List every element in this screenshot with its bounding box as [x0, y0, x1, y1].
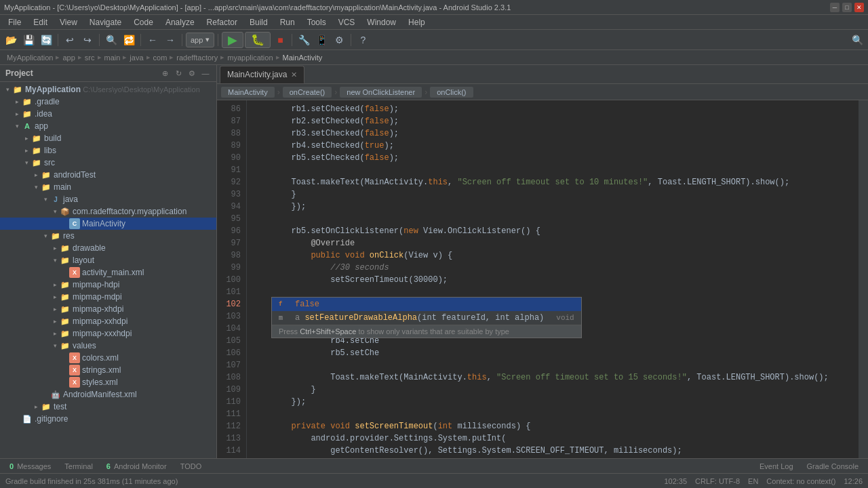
tree-item-values[interactable]: ▾ 📁 values — [0, 340, 216, 352]
tree-arrow-package: ▾ — [50, 208, 60, 215]
sdk-button[interactable]: ⚙ — [331, 32, 347, 48]
tree-item-androidmanifest[interactable]: ▸ 🤖 AndroidManifest.xml — [0, 388, 216, 401]
tree-item-mipmap-xxhdpi[interactable]: ▸ 📁 mipmap-xxhdpi — [0, 315, 216, 327]
bottom-tab-gradle-console[interactable]: Gradle Console — [800, 459, 865, 474]
tree-item-activity-main-xml[interactable]: ▸ X activity_main.xml — [0, 266, 216, 279]
tree-arrow-mipmap-xxhdpi: ▸ — [50, 318, 60, 325]
status-encoding[interactable]: CRLF: UTF-8 — [695, 477, 740, 485]
tree-item-mipmap-hdpi[interactable]: ▸ 📁 mipmap-hdpi — [0, 279, 216, 291]
sidebar-sync-icon[interactable]: ↻ — [173, 68, 184, 79]
global-search-button[interactable]: 🔍 — [849, 32, 865, 48]
ac-item-false[interactable]: f false — [272, 298, 581, 311]
open-button[interactable]: 📂 — [3, 32, 19, 48]
menu-edit[interactable]: Edit — [28, 16, 53, 28]
bc-com[interactable]: com — [152, 54, 169, 62]
method-tab-mainactivity[interactable]: MainActivity — [221, 87, 275, 98]
tree-item-mipmap-xhdpi[interactable]: ▸ 📁 mipmap-xhdpi — [0, 303, 216, 315]
tab-close-icon[interactable]: ✕ — [291, 70, 297, 79]
avd-button[interactable]: 📱 — [313, 32, 330, 48]
sidebar-collapse-icon[interactable]: — — [200, 68, 211, 79]
menu-navigate[interactable]: Navigate — [84, 16, 127, 28]
maximize-button[interactable]: □ — [842, 3, 852, 12]
tree-item-layout[interactable]: ▾ 📁 layout — [0, 254, 216, 266]
sidebar-add-icon[interactable]: ⊕ — [159, 68, 170, 79]
bc-myapplication[interactable]: MyApplication — [5, 54, 54, 62]
menu-window[interactable]: Window — [361, 16, 401, 28]
tree-item-libs[interactable]: ▸ 📁 libs — [0, 144, 216, 157]
project-tree[interactable]: ▾ 📁 MyApplication C:\Users\yo\Desktop\My… — [0, 82, 216, 458]
save-button[interactable]: 💾 — [20, 32, 37, 48]
bc-java[interactable]: java — [128, 54, 144, 62]
scrollbar-gutter[interactable] — [859, 100, 868, 458]
tree-item-build[interactable]: ▸ 📁 build — [0, 132, 216, 144]
tree-item-strings-xml[interactable]: ▸ X strings.xml — [0, 364, 216, 376]
code-area[interactable]: 86 87 88 89 90 91 92 93 94 95 96 97 98 9… — [217, 100, 868, 458]
tree-item-package[interactable]: ▾ 📦 com.radefftactory.myapplication — [0, 205, 216, 218]
bottom-tab-terminal[interactable]: Terminal — [58, 459, 100, 474]
bottom-tab-messages[interactable]: 0 Messages — [3, 459, 58, 474]
tree-item-mainactivity[interactable]: ▸ C MainActivity — [0, 218, 216, 230]
status-lang[interactable]: EN — [748, 477, 758, 485]
method-tab-onclick[interactable]: onClick() — [430, 87, 473, 98]
menu-help[interactable]: Help — [403, 16, 431, 28]
tree-item-gradle[interactable]: ▸ 📁 .gradle — [0, 96, 216, 108]
menu-run[interactable]: Run — [275, 16, 300, 28]
tree-item-styles-xml[interactable]: ▸ X styles.xml — [0, 376, 216, 388]
tree-item-androidtest[interactable]: ▸ 📁 androidTest — [0, 169, 216, 181]
tree-item-java[interactable]: ▾ J java — [0, 193, 216, 205]
help-button[interactable]: ? — [355, 32, 371, 48]
autocomplete-popup[interactable]: f false m a setFeatureDrawableAlpha(int … — [271, 297, 582, 338]
bottom-tab-android-monitor[interactable]: 6 Android Monitor — [100, 459, 174, 474]
stop-button[interactable]: ■ — [272, 32, 288, 48]
method-tab-new-listener[interactable]: new OnClickListener — [340, 87, 422, 98]
menu-analyze[interactable]: Analyze — [160, 16, 200, 28]
tree-item-app[interactable]: ▾ A app — [0, 120, 216, 132]
tree-item-test[interactable]: ▸ 📁 test — [0, 401, 216, 413]
menu-build[interactable]: Build — [244, 16, 273, 28]
run-button[interactable]: ▶ — [222, 32, 243, 48]
undo-button[interactable]: ↩ — [62, 32, 78, 48]
bottom-tab-todo[interactable]: TODO — [174, 459, 209, 474]
tree-item-idea[interactable]: ▸ 📁 .idea — [0, 108, 216, 120]
bc-radefftactory[interactable]: radefftactory — [175, 54, 219, 62]
minimize-button[interactable]: ─ — [830, 3, 840, 12]
sidebar-settings-icon[interactable]: ⚙ — [186, 68, 197, 79]
menu-code[interactable]: Code — [128, 16, 159, 28]
bottom-tab-event-log[interactable]: Event Log — [753, 459, 800, 474]
status-position[interactable]: 102:35 — [664, 477, 687, 485]
replace-button[interactable]: 🔁 — [121, 32, 137, 48]
tree-item-mipmap-xxxhdpi[interactable]: ▸ 📁 mipmap-xxxhdpi — [0, 327, 216, 340]
bc-main[interactable]: main — [103, 54, 122, 62]
bc-myapplication2[interactable]: myapplication — [226, 54, 274, 62]
method-tab-oncreate[interactable]: onCreate() — [283, 87, 332, 98]
nav-forward[interactable]: → — [162, 32, 178, 48]
tree-label-myapplication: MyApplication C:\Users\yo\Desktop\MyAppl… — [25, 85, 200, 94]
bc-app[interactable]: app — [61, 54, 76, 62]
menu-tools[interactable]: Tools — [302, 16, 332, 28]
close-button[interactable]: ✕ — [854, 3, 864, 12]
bc-mainactivity[interactable]: MainActivity — [281, 54, 324, 62]
run-config-dropdown[interactable]: app ▾ — [186, 33, 214, 47]
sync-button[interactable]: 🔄 — [38, 32, 54, 48]
menu-refactor[interactable]: Refactor — [201, 16, 243, 28]
redo-button[interactable]: ↪ — [79, 32, 96, 48]
tab-mainactivity[interactable]: MainActivity.java ✕ — [220, 66, 304, 83]
search-button[interactable]: 🔍 — [103, 32, 119, 48]
tree-item-colors-xml[interactable]: ▸ X colors.xml — [0, 352, 216, 364]
tree-item-gitignore[interactable]: ▸ 📄 .gitignore — [0, 413, 216, 425]
tree-item-main[interactable]: ▾ 📁 main — [0, 181, 216, 193]
menu-vcs[interactable]: VCS — [333, 16, 361, 28]
menu-view[interactable]: View — [54, 16, 83, 28]
tree-item-myapplication[interactable]: ▾ 📁 MyApplication C:\Users\yo\Desktop\My… — [0, 83, 216, 96]
tree-item-drawable[interactable]: ▸ 📁 drawable — [0, 242, 216, 254]
bc-src[interactable]: src — [83, 54, 96, 62]
tree-item-res[interactable]: ▾ 📁 res — [0, 230, 216, 242]
tree-item-src[interactable]: ▾ 📁 src — [0, 157, 216, 169]
gradle-sync-button[interactable]: 🔧 — [296, 32, 312, 48]
tree-item-mipmap-mdpi[interactable]: ▸ 📁 mipmap-mdpi — [0, 291, 216, 303]
menu-file[interactable]: File — [3, 16, 26, 28]
ac-item-setfeaturedrawable[interactable]: m a setFeatureDrawableAlpha(int featureI… — [272, 311, 581, 325]
code-editor[interactable]: rb1.setChecked(false); rb2.setChecked(fa… — [247, 100, 859, 458]
nav-back[interactable]: ← — [144, 32, 161, 48]
debug-button[interactable]: 🐛 — [245, 32, 271, 48]
